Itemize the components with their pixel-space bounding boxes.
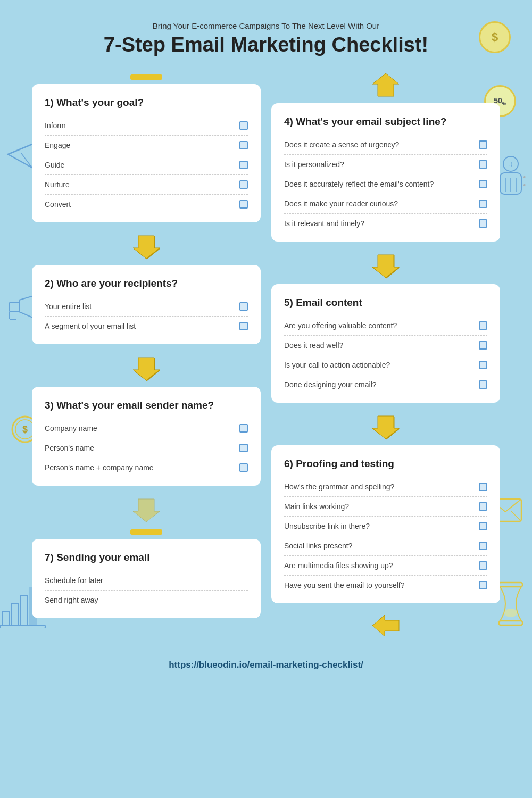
list-item: Does it read well? [284, 336, 487, 355]
item-label: Person's name [45, 444, 94, 452]
arrow-left [271, 615, 500, 638]
list-item: Social links present? [284, 536, 487, 556]
item-label: Convert [45, 200, 71, 209]
checkbox[interactable] [479, 180, 487, 188]
list-item: Your entire list [45, 297, 248, 317]
item-label: Does it make your reader curious? [284, 200, 398, 208]
list-item: Convert [45, 195, 248, 214]
checkbox[interactable] [479, 502, 487, 511]
list-item: A segment of your email list [45, 317, 248, 336]
arrow-up-right [271, 72, 500, 101]
checkbox[interactable] [479, 522, 487, 530]
list-item: Nurture [45, 175, 248, 195]
arrow-down-1 [32, 233, 261, 263]
item-label: Inform [45, 121, 66, 130]
card-goal: 1) What's your goal? Inform Engage Guide… [32, 84, 261, 222]
card3-title: 3) What's your email sender name? [45, 400, 248, 411]
item-label: Engage [45, 141, 70, 149]
item-label: Does it accurately reflect the email's c… [284, 180, 434, 188]
card7-title: 7) Sending your email [45, 552, 248, 563]
arrow-down-4 [271, 252, 500, 282]
header-subtitle: Bring Your E-commerce Campaigns To The N… [11, 21, 521, 30]
svg-marker-33 [133, 358, 160, 380]
main-content: 1) What's your goal? Inform Engage Guide… [0, 67, 532, 649]
svg-marker-35 [372, 73, 399, 96]
card1-top-bar [130, 74, 162, 80]
list-item: Unsubscribe link in there? [284, 517, 487, 536]
item-label: Is it relevant and timely? [284, 219, 364, 228]
card4-title: 4) What's your email subject line? [284, 116, 487, 128]
list-item: Are you offering valuable content? [284, 316, 487, 336]
list-item: Does it create a sense of urgency? [284, 135, 487, 155]
card6-title: 6) Proofing and testing [284, 458, 487, 470]
footer: https://blueodin.io/email-marketing-chec… [0, 649, 532, 681]
item-label: Send right away [45, 596, 98, 604]
list-item: Person's name + company name [45, 458, 248, 477]
list-item: Is it personalized? [284, 155, 487, 174]
column-right: 4) What's your email subject line? Does … [271, 72, 500, 638]
checkbox[interactable] [479, 581, 487, 589]
checkbox[interactable] [479, 380, 487, 389]
item-label: Main links working? [284, 502, 349, 511]
item-label: Is your call to action actionable? [284, 361, 390, 369]
item-label: Social links present? [284, 542, 352, 550]
checkbox[interactable] [239, 444, 248, 452]
checkbox[interactable] [479, 219, 487, 228]
page-header: Bring Your E-commerce Campaigns To The N… [0, 0, 532, 67]
card-sender: 3) What's your email sender name? Compan… [32, 387, 261, 486]
item-label: Unsubscribe link in there? [284, 522, 370, 530]
item-label: Nurture [45, 180, 70, 189]
card1-title: 1) What's your goal? [45, 97, 248, 109]
checkbox[interactable] [479, 561, 487, 570]
item-label: Have you sent the email to yourself? [284, 581, 404, 589]
checkbox[interactable] [239, 322, 248, 330]
checkbox[interactable] [479, 341, 487, 350]
checkbox[interactable] [479, 483, 487, 491]
list-item: Main links working? [284, 497, 487, 517]
footer-url: https://blueodin.io/email-marketing-chec… [169, 660, 363, 670]
list-item: Done designing your email? [284, 375, 487, 394]
list-item: Are multimedia files showing up? [284, 556, 487, 576]
list-item: Inform [45, 116, 248, 136]
svg-marker-38 [372, 615, 399, 636]
checkbox[interactable] [239, 161, 248, 169]
item-label: Is it personalized? [284, 160, 344, 169]
item-label: Does it create a sense of urgency? [284, 140, 399, 149]
item-label: Your entire list [45, 302, 92, 311]
checkbox[interactable] [479, 321, 487, 330]
checkbox[interactable] [239, 200, 248, 209]
checkbox[interactable] [239, 463, 248, 472]
item-label: Does it read well? [284, 341, 343, 350]
card-sending: 7) Sending your email Schedule for later… [32, 539, 261, 618]
list-item: Schedule for later [45, 571, 248, 591]
item-label: Done designing your email? [284, 380, 377, 389]
checkbox[interactable] [239, 302, 248, 311]
list-item: Send right away [45, 591, 248, 610]
list-item: Have you sent the email to yourself? [284, 576, 487, 595]
checkbox[interactable] [479, 140, 487, 149]
checkbox[interactable] [479, 542, 487, 550]
checkbox[interactable] [479, 361, 487, 369]
list-item: How's the grammar and spelling? [284, 477, 487, 497]
checkbox[interactable] [239, 180, 248, 189]
arrow-down-5 [271, 413, 500, 443]
column-left: 1) What's your goal? Inform Engage Guide… [32, 72, 261, 638]
list-item: Person's name [45, 438, 248, 458]
checkbox[interactable] [479, 160, 487, 169]
card2-title: 2) Who are your recipients? [45, 278, 248, 289]
list-item: Is your call to action actionable? [284, 355, 487, 375]
checkbox[interactable] [239, 424, 248, 433]
svg-marker-34 [133, 499, 160, 522]
item-label: Are you offering valuable content? [284, 321, 397, 330]
item-label: Company name [45, 424, 97, 433]
card-recipients: 2) Who are your recipients? Your entire … [32, 265, 261, 344]
checkbox[interactable] [239, 141, 248, 149]
item-label: Person's name + company name [45, 463, 154, 472]
card-content: 5) Email content Are you offering valuab… [271, 284, 500, 403]
card7-top-bar [130, 529, 162, 535]
list-item: Guide [45, 155, 248, 175]
header-title: 7-Step Email Marketing Checklist! [11, 34, 521, 56]
checkbox[interactable] [239, 121, 248, 130]
checkbox[interactable] [479, 200, 487, 208]
arrow-down-2 [32, 355, 261, 385]
